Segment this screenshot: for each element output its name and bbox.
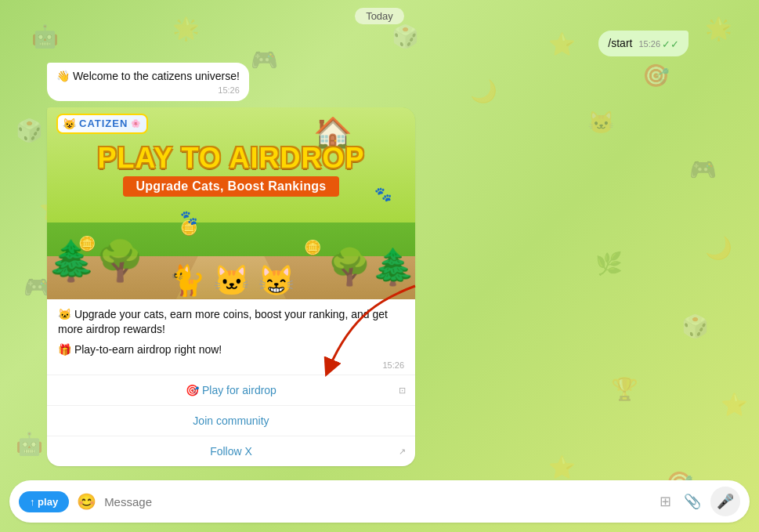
mic-button[interactable]: 🎤 [710, 487, 740, 516]
coin-1: 🪙 [78, 235, 96, 252]
cat-orange: 🐈 [168, 266, 205, 295]
follow-x-button[interactable]: Follow X ↗ [47, 436, 415, 466]
bottom-bar: ↑ play 😊 ⊞ 📎 🎤 [9, 480, 750, 523]
coin-5: 🐾 [180, 209, 197, 226]
chat-area: Today /start 15:26 ✓✓ 👋 Welcome to the c… [0, 0, 759, 532]
date-divider: Today [0, 0, 759, 31]
play-airdrop-label: 🎯 Play for airdrop [186, 384, 276, 396]
coin-4: 🐾 [374, 186, 392, 203]
incoming-message: 👋 Welcome to the catizens universe! 15:2… [47, 63, 249, 101]
sticker-button[interactable]: ⊞ [656, 490, 674, 513]
logo-text: CATIZEN [79, 118, 128, 129]
read-checkmarks: ✓✓ [662, 38, 679, 50]
cat-white: 😸 [258, 266, 295, 295]
external-link-icon-2: ↗ [399, 447, 406, 457]
card-time: 15:26 [58, 360, 404, 370]
cats-area: 🐈 🐱 😸 [47, 221, 415, 299]
coin-3: 🪙 [304, 239, 321, 256]
cat-gray: 🐱 [213, 266, 250, 295]
catizen-logo: 😺 CATIZEN 🌸 [56, 114, 148, 134]
play-button[interactable]: ↑ play [19, 491, 69, 512]
card-body-line2: 🎁 Play-to-earn airdrop right now! [58, 342, 404, 358]
messages-list: /start 15:26 ✓✓ 👋 Welcome to the catizen… [0, 31, 759, 476]
attach-icon: 📎 [684, 494, 701, 509]
upgrade-banner: Upgrade Cats, Boost Rankings [123, 176, 338, 197]
card-bubble: 😺 CATIZEN 🌸 🏠 PLAY TO AIRDROP Upgrade Ca… [47, 107, 415, 467]
attach-button[interactable]: 📎 [681, 490, 704, 513]
incoming-bubble: 👋 Welcome to the catizens universe! 15:2… [47, 63, 249, 101]
outgoing-time: 15:26 ✓✓ [638, 38, 679, 50]
mic-icon: 🎤 [717, 493, 734, 510]
card-content: 🐱 Upgrade your cats, earn more coins, bo… [47, 299, 415, 375]
sticker-icon: ⊞ [660, 494, 671, 509]
incoming-text: 👋 Welcome to the catizens universe! [56, 70, 240, 82]
card-message: 😺 CATIZEN 🌸 🏠 PLAY TO AIRDROP Upgrade Ca… [47, 107, 415, 467]
card-body-line1: 🐱 Upgrade your cats, earn more coins, bo… [58, 307, 404, 338]
join-community-label: Join community [193, 414, 269, 427]
incoming-time: 15:26 [56, 85, 240, 95]
external-link-icon-1: ⊡ [399, 385, 406, 396]
play-button-label: ↑ play [30, 496, 58, 508]
outgoing-text: /start [608, 37, 632, 49]
date-label: Today [355, 8, 404, 24]
play-to-airdrop-title: PLAY TO AIRDROP [47, 143, 415, 174]
emoji-button[interactable]: 😊 [75, 490, 98, 512]
play-for-airdrop-button[interactable]: 🎯 Play for airdrop ⊡ [47, 375, 415, 406]
follow-x-label: Follow X [210, 445, 252, 458]
card-buttons: 🎯 Play for airdrop ⊡ Join community Foll… [47, 375, 415, 466]
card-title-area: PLAY TO AIRDROP Upgrade Cats, Boost Rank… [47, 143, 415, 197]
emoji-icon: 😊 [77, 493, 96, 510]
card-image: 😺 CATIZEN 🌸 🏠 PLAY TO AIRDROP Upgrade Ca… [47, 107, 415, 299]
join-community-button[interactable]: Join community [47, 406, 415, 436]
message-input[interactable] [104, 495, 650, 508]
outgoing-message: /start 15:26 ✓✓ [598, 31, 689, 56]
